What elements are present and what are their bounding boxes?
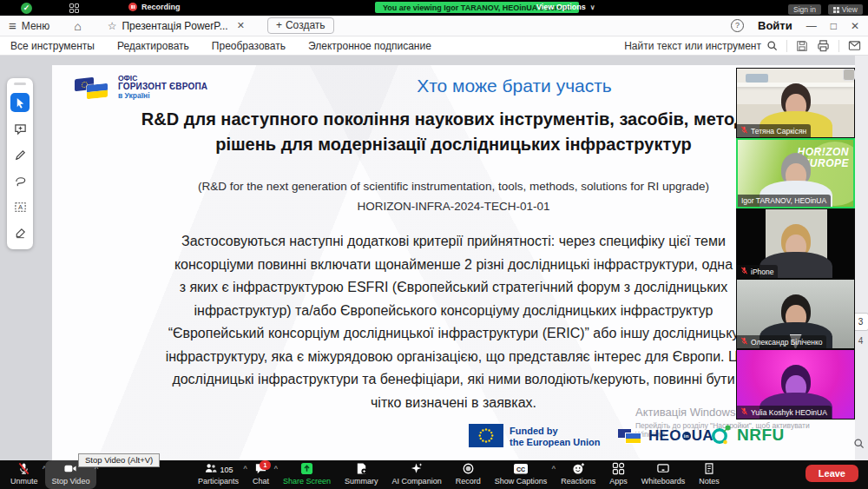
heoinua-logo: HEOinUA <box>618 427 713 445</box>
document-tab-title: Презентація PowerP... <box>122 20 227 32</box>
menu-button[interactable]: Меню <box>22 20 49 32</box>
zoom-magnifier-icon[interactable] <box>853 437 865 453</box>
participant-video-tile[interactable]: Олександр Біліченко <box>736 279 855 349</box>
notes-icon <box>703 462 715 477</box>
summary-icon <box>355 462 368 477</box>
select-tool-icon[interactable] <box>10 93 30 112</box>
participant-video-tile[interactable]: HOR!ZONEUROPEIgor TARANOV, HEOinUA <box>736 138 855 208</box>
sign-in-button[interactable]: Sign in <box>788 4 821 15</box>
text-line: інфраструктур) та/або Європейського конс… <box>59 300 848 323</box>
plus-icon: + <box>276 19 282 31</box>
reactions-button[interactable]: Reactions <box>554 460 602 489</box>
apps-button[interactable]: Apps <box>602 460 635 489</box>
palette-drag-handle[interactable] <box>14 83 26 85</box>
print-icon[interactable] <box>817 39 830 52</box>
mic-muted-icon <box>740 126 748 135</box>
text-line: Застосовуються наступні додаткові критер… <box>59 230 848 254</box>
share-screen-button[interactable]: Share Screen <box>276 460 338 489</box>
text-line: HORIZON-INFRA-2024-TECH-01-01 <box>61 196 846 216</box>
maximize-window-icon[interactable]: □ <box>831 20 837 32</box>
funded-by-eu-label: Funded bythe European Union <box>510 426 601 448</box>
draw-tool-icon[interactable] <box>10 145 30 164</box>
participant-video-tile[interactable]: iPhone <box>736 208 855 279</box>
apps-icon <box>612 462 625 477</box>
record-button[interactable]: Record <box>449 460 488 489</box>
menubar-item[interactable]: Преобразовать <box>212 40 286 52</box>
comment-tool-icon[interactable] <box>10 119 30 138</box>
search-icon <box>766 40 778 51</box>
board-icon <box>656 462 670 477</box>
slide-heading: R&D для наступного покоління наукових ін… <box>65 107 842 157</box>
home-icon[interactable]: ⌂ <box>74 19 81 33</box>
screen: ✓ Recording You are viewing Igor TARANOV… <box>0 0 868 489</box>
gallery-view-icon[interactable] <box>69 3 79 13</box>
lasso-tool-icon[interactable] <box>10 171 30 190</box>
record-icon <box>462 462 475 477</box>
text-line: дослідницькі інфраструктури та бенефіціа… <box>59 368 848 392</box>
share-icon <box>300 462 313 477</box>
menubar-item[interactable]: Все инструменты <box>10 40 95 52</box>
text-line: з яких є інфраструктурою ESFRI (Європейс… <box>59 276 848 300</box>
zoom-top-bar: ✓ Recording You are viewing Igor TARANOV… <box>0 0 868 16</box>
hamburger-menu-icon[interactable]: ≡ <box>9 18 16 33</box>
close-tab-icon[interactable]: ✕ <box>237 20 245 31</box>
people-icon <box>204 462 218 477</box>
stop-video-tooltip: Stop Video (Alt+V) <box>78 453 160 467</box>
svg-text:A: A <box>17 203 22 211</box>
document-tab[interactable]: ☆ Презентація PowerP... ✕ <box>108 20 245 32</box>
participants-button[interactable]: 105Participants^ <box>191 460 246 489</box>
leave-button[interactable]: Leave <box>806 465 858 482</box>
search-tools-button[interactable]: Найти текст или инструмент <box>624 40 778 52</box>
text-line: інфраструктуру, яка є міжурядовою органі… <box>59 346 848 369</box>
login-button[interactable]: Войти <box>758 19 792 32</box>
zoom-toolbar: Stop Video (Alt+V) Unmute^Stop Video^ 10… <box>0 460 868 489</box>
ai-companion-button[interactable]: AI Companion <box>385 460 449 489</box>
sparkle-icon <box>410 462 424 477</box>
star-icon[interactable]: ☆ <box>108 20 117 32</box>
help-icon[interactable]: ? <box>731 19 744 32</box>
smile-icon <box>572 462 585 477</box>
participant-name-label: Тетяна Саркісян <box>737 124 811 137</box>
acrobat-menu-bar: Все инструментыРедактироватьПреобразоват… <box>0 36 868 56</box>
participant-video-strip: Тетяна СаркісянHOR!ZONEUROPEIgor TARANOV… <box>736 68 855 420</box>
text-line: (R&D for the next generation of scientif… <box>61 176 846 196</box>
eu-flag-icon <box>469 424 503 451</box>
participant-name-label: Yulia Koshyk HEOinUA <box>737 406 832 419</box>
slide-page: ОФІС ГОРИЗОНТ ЄВРОПА в Україні Хто може … <box>52 65 855 460</box>
create-button[interactable]: + Создать <box>267 17 334 34</box>
slide-body-text: Застосовуються наступні додаткові критер… <box>59 230 848 414</box>
whiteboards-button[interactable]: Whiteboards <box>635 460 693 489</box>
menubar-item[interactable]: Редактировать <box>117 40 189 52</box>
view-options-button[interactable]: View Options ∨ <box>536 3 595 11</box>
participant-name-label: Олександр Біліченко <box>737 335 826 348</box>
textbox-tool-icon[interactable]: A <box>10 197 30 216</box>
participant-video-tile[interactable]: Тетяна Саркісян <box>736 68 855 138</box>
sign-tool-icon[interactable] <box>10 223 30 242</box>
email-icon[interactable] <box>848 39 861 52</box>
nrfu-mark-icon <box>710 424 733 446</box>
show-captions-button[interactable]: CCShow Captions^ <box>488 460 555 489</box>
svg-text:CC: CC <box>516 466 525 472</box>
participant-video-tile[interactable]: Yulia Koshyk HEOinUA <box>736 349 855 420</box>
close-window-icon[interactable]: ✕ <box>851 20 859 32</box>
notes-button[interactable]: Notes <box>692 460 727 489</box>
acrobat-tool-palette: A <box>7 78 33 249</box>
participant-name-label: Igor TARANOV, HEOinUA <box>738 195 831 207</box>
minimize-window-icon[interactable]: — <box>806 20 817 32</box>
menubar-item[interactable]: Электронное подписание <box>308 40 431 52</box>
recording-indicator: Recording <box>128 3 181 11</box>
chat-button[interactable]: Chat^1 <box>246 460 276 489</box>
text-line: “Європейський консорціум дослідницької і… <box>59 322 848 346</box>
slide-subtitle: (R&D for the next generation of scientif… <box>61 176 846 216</box>
participant-name-label: iPhone <box>737 265 778 278</box>
summary-button[interactable]: Summary <box>338 460 385 489</box>
save-icon[interactable] <box>796 40 808 52</box>
unmute-button[interactable]: Unmute^ <box>3 460 45 489</box>
participant-count: 105 <box>220 466 233 474</box>
acrobat-title-bar: ≡ Меню ⌂ ☆ Презентація PowerP... ✕ + Соз… <box>0 16 868 36</box>
video-icon <box>63 462 77 477</box>
mic-muted-icon <box>740 407 748 417</box>
minimize-video-strip-button[interactable] <box>843 69 855 81</box>
view-button[interactable]: View <box>828 4 863 15</box>
unread-badge: 1 <box>260 460 271 470</box>
